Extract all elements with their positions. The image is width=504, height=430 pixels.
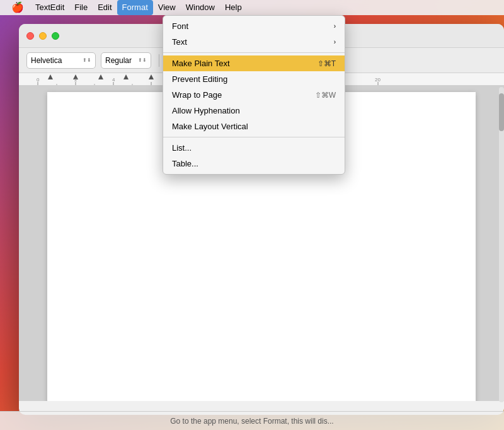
make-plain-text-label: Make Plain Text xyxy=(172,59,230,68)
ruler-tab-4 xyxy=(123,74,129,79)
traffic-lights xyxy=(26,32,59,40)
menu-bar-view[interactable]: View xyxy=(153,0,181,15)
menu-item-prevent-editing[interactable]: Prevent Editing xyxy=(163,71,345,87)
font-name-chevron: ⬆⬇ xyxy=(83,57,91,63)
scrollbar-thumb[interactable] xyxy=(499,93,504,131)
wrap-to-page-shortcut: ⇧⌘W xyxy=(315,91,336,100)
text-submenu-arrow: › xyxy=(334,38,336,45)
wrap-to-page-label: Wrap to Page xyxy=(172,90,222,100)
font-submenu-arrow: › xyxy=(334,23,336,30)
menu-item-make-layout-vertical[interactable]: Make Layout Vertical xyxy=(163,119,345,134)
font-style-selector[interactable]: Regular ⬆⬇ xyxy=(101,52,151,69)
menu-item-font[interactable]: Font › xyxy=(163,18,345,34)
bottom-bar: Go to the app menu, select Format, this … xyxy=(0,411,504,430)
menu-item-font-label: Font xyxy=(172,21,188,31)
svg-text:20: 20 xyxy=(375,77,381,83)
menu-bar: 🍎 TextEdit File Edit Format View Window … xyxy=(0,0,504,15)
ruler-tab-1 xyxy=(48,74,53,79)
toolbar-sep-1 xyxy=(159,54,159,67)
font-style-label: Regular xyxy=(105,56,132,65)
menu-bar-window[interactable]: Window xyxy=(181,0,220,15)
font-style-chevron: ⬆⬇ xyxy=(138,57,147,63)
svg-text:2: 2 xyxy=(74,77,77,83)
minimize-button[interactable] xyxy=(39,32,47,40)
menu-item-text[interactable]: Text › xyxy=(163,34,345,50)
maximize-button[interactable] xyxy=(52,32,59,40)
scrollbar[interactable] xyxy=(499,87,504,402)
menu-item-make-plain-text[interactable]: Make Plain Text ⇧⌘T xyxy=(163,55,345,71)
menu-item-wrap-to-page[interactable]: Wrap to Page ⇧⌘W xyxy=(163,87,345,103)
make-layout-vertical-label: Make Layout Vertical xyxy=(172,122,248,131)
menu-item-table[interactable]: Table... xyxy=(163,156,345,171)
font-name-label: Helvetica xyxy=(31,56,62,65)
font-name-selector[interactable]: Helvetica ⬆⬇ xyxy=(26,52,96,69)
menu-bar-file[interactable]: File xyxy=(69,0,93,15)
ruler-tab-5 xyxy=(149,74,154,79)
svg-text:4: 4 xyxy=(112,77,115,83)
ruler-tab-3 xyxy=(98,74,103,79)
close-button[interactable] xyxy=(26,32,34,40)
menu-item-text-label: Text xyxy=(172,37,187,47)
list-label: List... xyxy=(172,143,192,153)
svg-text:0: 0 xyxy=(37,77,40,83)
menu-separator-2 xyxy=(163,137,345,137)
menu-bar-help[interactable]: Help xyxy=(220,0,247,15)
menu-bar-textedit[interactable]: TextEdit xyxy=(30,0,69,15)
prevent-editing-label: Prevent Editing xyxy=(172,74,227,84)
menu-bar-format[interactable]: Format xyxy=(117,0,153,15)
menu-bar-edit[interactable]: Edit xyxy=(93,0,117,15)
make-plain-text-shortcut: ⇧⌘T xyxy=(318,59,336,68)
format-dropdown-menu: Font › Text › Make Plain Text ⇧⌘T Preven… xyxy=(163,15,345,175)
menu-item-list[interactable]: List... xyxy=(163,140,345,156)
allow-hyphenation-label: Allow Hyphenation xyxy=(172,106,240,115)
table-label: Table... xyxy=(172,159,198,168)
menu-separator-1 xyxy=(163,52,345,53)
menu-item-allow-hyphenation[interactable]: Allow Hyphenation xyxy=(163,103,345,119)
apple-menu[interactable]: 🍎 xyxy=(5,0,30,15)
bottom-bar-text: Go to the app menu, select Format, this … xyxy=(170,417,333,426)
